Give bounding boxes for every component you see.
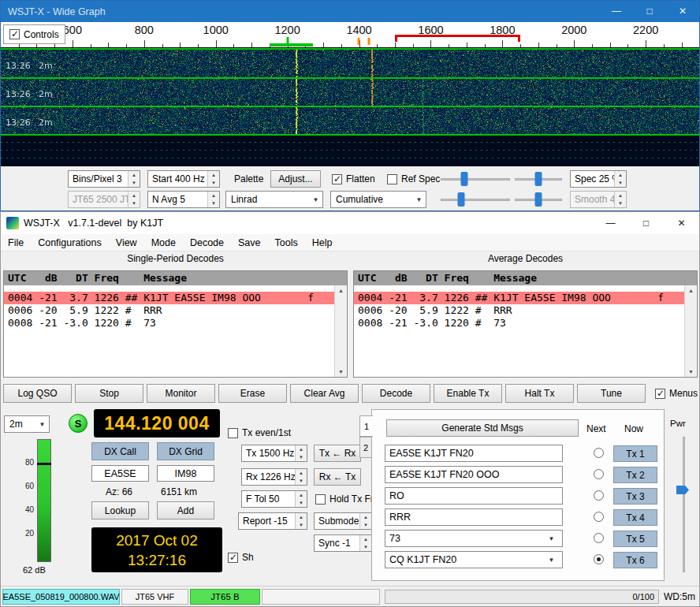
spin-down-icon[interactable]: ▼ [360, 543, 371, 551]
dx-grid-field[interactable]: IM98 [157, 465, 214, 482]
report-spinner[interactable]: Report -15 ▲▼ [238, 512, 307, 530]
tx-freq-arrows[interactable]: ▲▼ [295, 445, 307, 461]
tx-even-checkbox-box[interactable] [228, 428, 238, 438]
n-avg-spinner[interactable]: N Avg 5 ▲▼ [147, 191, 220, 208]
tx4-message-field[interactable]: RRR [385, 508, 563, 526]
spin-up-icon[interactable]: ▲ [128, 171, 140, 179]
menu-decode[interactable]: Decode [183, 237, 231, 248]
tx5-message-combo[interactable]: 73▼ [385, 530, 563, 547]
spin-up-icon[interactable]: ▲ [296, 445, 307, 453]
report-arrows[interactable]: ▲▼ [295, 513, 307, 529]
scroll-down-icon[interactable]: ▼ [685, 369, 697, 374]
spin-up-icon[interactable]: ▲ [208, 192, 219, 199]
spin-up-icon[interactable]: ▲ [296, 469, 307, 477]
spin-down-icon[interactable]: ▼ [128, 179, 140, 187]
spin-up-icon[interactable]: ▲ [296, 491, 307, 499]
waterfall-canvas[interactable] [1, 48, 699, 166]
dx-grid-button[interactable]: DX Grid [157, 442, 214, 460]
f-tol-arrows[interactable]: ▲▼ [295, 491, 307, 507]
wide-graph-titlebar[interactable]: WSJT-X - Wide Graph — □ ✕ [1, 1, 699, 22]
scroll-up-icon[interactable]: ▲ [335, 288, 347, 293]
tx1-message-field[interactable]: EA5SE K1JT FN20 [385, 445, 563, 462]
tx3-next-radio[interactable] [594, 490, 604, 501]
stop-button[interactable]: Stop [75, 384, 143, 403]
tx-from-rx-button[interactable]: Tx ← Rx [314, 445, 361, 462]
sh-checkbox-box[interactable] [228, 553, 238, 563]
spin-up-icon[interactable]: ▲ [360, 535, 371, 543]
tx-freq-spinner[interactable]: Tx 1500 Hz ▲▼ [241, 445, 307, 462]
waterfall-gain-slider[interactable] [441, 172, 510, 186]
controls-checkbox-box[interactable] [9, 29, 20, 39]
chevron-down-icon[interactable]: ▼ [309, 196, 322, 203]
ref-spec-checkbox-box[interactable] [387, 174, 397, 184]
bins-pixel-spinner[interactable]: Bins/Pixel 3 ▲▼ [68, 170, 140, 188]
decode-row[interactable]: 0006 -20 5.9 1222 # RRR [4, 304, 334, 317]
tx5-button[interactable]: Tx 5 [613, 531, 657, 547]
spin-down-icon[interactable]: ▼ [296, 453, 307, 461]
palette-combo[interactable]: Linrad ▼ [225, 191, 323, 208]
spin-up-icon[interactable]: ▲ [208, 171, 219, 179]
minimize-button[interactable]: — [593, 212, 628, 234]
tx2-message-field[interactable]: EA5SE K1JT FN20 OOO [385, 466, 563, 483]
flatten-checkbox-box[interactable] [332, 174, 342, 184]
rx-freq-arrows[interactable]: ▲▼ [295, 469, 307, 485]
rx-freq-spinner[interactable]: Rx 1226 Hz ▲▼ [241, 468, 307, 486]
f-tol-spinner[interactable]: F Tol 50 ▲▼ [241, 490, 307, 508]
slider-handle[interactable] [535, 192, 542, 207]
adjust-button[interactable]: Adjust... [270, 170, 321, 188]
log-qso-button[interactable]: Log QSO [3, 384, 72, 403]
spectrum-zero-slider[interactable] [515, 192, 562, 207]
freq-scale[interactable]: Controls 6008001000120014001600180020002… [1, 22, 699, 48]
chevron-down-icon[interactable]: ▼ [545, 535, 558, 542]
hold-tx-freq-checkbox-box[interactable] [315, 494, 326, 505]
menu-tools[interactable]: Tools [268, 237, 305, 248]
tx2-next-radio[interactable] [594, 469, 604, 479]
rx-from-tx-button[interactable]: Rx ← Tx [314, 468, 361, 486]
sync-spinner[interactable]: Sync -1 ▲▼ [314, 534, 372, 552]
start-freq-arrows[interactable]: ▲▼ [207, 171, 219, 187]
tx1-next-radio[interactable] [594, 448, 604, 458]
waterfall-zero-slider[interactable] [515, 172, 562, 186]
spec-percent-arrows[interactable]: ▲▼ [614, 171, 626, 187]
tx4-next-radio[interactable] [594, 512, 604, 522]
decode-row[interactable]: 0004 -21 3.7 1226 ## K1JT EA5SE IM98 OOO… [4, 292, 334, 304]
pwr-slider-handle[interactable] [676, 486, 689, 494]
chevron-down-icon[interactable]: ▼ [35, 421, 49, 428]
sync-arrows[interactable]: ▲▼ [359, 535, 371, 551]
tx6-next-radio[interactable] [594, 554, 604, 564]
decode-row[interactable]: 0008 -21 -3.0 1220 # 73 [4, 317, 334, 330]
slider-handle[interactable] [460, 172, 467, 186]
spin-up-icon[interactable]: ▲ [615, 171, 626, 179]
bins-pixel-arrows[interactable]: ▲▼ [128, 171, 140, 187]
maximize-button[interactable]: □ [628, 212, 664, 234]
band-combo[interactable]: 2m ▼ [4, 415, 50, 433]
clear-avg-button[interactable]: Clear Avg [290, 384, 359, 403]
scroll-up-icon[interactable]: ▲ [685, 288, 697, 293]
submode-arrows[interactable]: ▲▼ [359, 513, 371, 529]
average-decodes-table[interactable]: UTC dB DT Freq Message 0004 -21 3.7 1226… [353, 270, 698, 378]
menu-mode[interactable]: Mode [144, 237, 183, 248]
monitor-button[interactable]: Monitor [147, 384, 215, 403]
n-avg-arrows[interactable]: ▲▼ [207, 192, 219, 207]
spin-down-icon[interactable]: ▼ [208, 199, 219, 207]
menu-file[interactable]: File [1, 237, 31, 248]
tab-1[interactable]: 1 [359, 415, 373, 437]
slider-handle[interactable] [535, 172, 542, 186]
submode-spinner[interactable]: Submode B ▲▼ [314, 512, 372, 530]
generate-std-msgs-button[interactable]: Generate Std Msgs [386, 419, 579, 437]
maximize-button[interactable]: □ [633, 1, 666, 22]
tx6-button[interactable]: Tx 6 [613, 552, 657, 568]
start-freq-spinner[interactable]: Start 400 Hz ▲▼ [147, 170, 220, 188]
add-button[interactable]: Add [157, 501, 214, 519]
display-mode-combo[interactable]: Cumulative ▼ [330, 191, 426, 208]
tx3-button[interactable]: Tx 3 [613, 488, 657, 505]
tx3-message-field[interactable]: RO [385, 487, 563, 505]
spin-down-icon[interactable]: ▼ [296, 499, 307, 507]
menu-view[interactable]: View [109, 237, 144, 248]
tx5-next-radio[interactable] [594, 533, 604, 543]
chevron-down-icon[interactable]: ▼ [545, 557, 558, 564]
tx2-button[interactable]: Tx 2 [613, 467, 657, 483]
controls-checkbox[interactable]: Controls [3, 24, 65, 44]
main-titlebar[interactable]: WSJT-X v1.7.1-devel by K1JT — □ ✕ [1, 212, 699, 234]
spin-up-icon[interactable]: ▲ [360, 513, 371, 521]
